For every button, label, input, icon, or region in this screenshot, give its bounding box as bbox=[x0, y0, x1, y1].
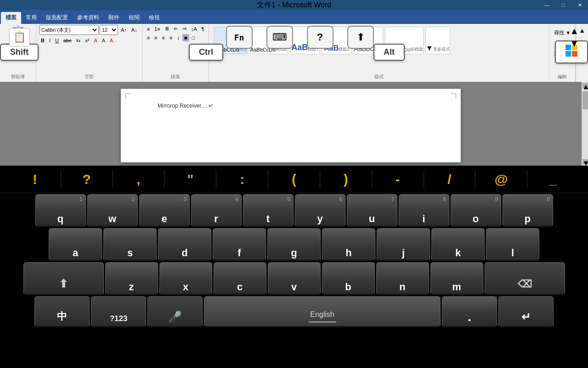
key-r[interactable]: 4r bbox=[191, 194, 242, 227]
key-s[interactable]: s bbox=[103, 228, 157, 261]
key-p[interactable]: 0p bbox=[503, 194, 553, 227]
period-key[interactable]: . bbox=[442, 296, 497, 328]
justify-btn[interactable]: ≡ bbox=[168, 34, 174, 41]
key-t[interactable]: 5t bbox=[243, 194, 294, 227]
tab-insert[interactable]: 常用 bbox=[21, 12, 41, 24]
font-color-btn[interactable]: A bbox=[108, 37, 115, 44]
key-comma[interactable]: , bbox=[113, 172, 164, 187]
bold-btn[interactable]: B bbox=[39, 37, 46, 44]
bullets-btn[interactable]: ≡ bbox=[145, 25, 152, 33]
key-b[interactable]: b bbox=[322, 262, 375, 295]
key-l[interactable]: l bbox=[486, 228, 539, 261]
shading-btn[interactable]: ■ bbox=[182, 34, 189, 41]
paste-button[interactable]: 📋 bbox=[9, 28, 30, 46]
key-question[interactable]: ? bbox=[61, 172, 113, 187]
key-underscore[interactable]: _ bbox=[527, 172, 579, 187]
key-at[interactable]: @ bbox=[475, 172, 527, 187]
help-icon[interactable]: ? bbox=[307, 26, 334, 49]
upload-icon[interactable]: ⬆ bbox=[347, 26, 374, 49]
style-more[interactable]: ▼ 更多樣式 bbox=[425, 27, 450, 54]
ctrl-key[interactable]: Ctrl bbox=[189, 44, 223, 61]
superscript-btn[interactable]: x² bbox=[83, 37, 91, 44]
sort-btn[interactable]: ↕A bbox=[189, 25, 199, 33]
shift-key[interactable]: ⬆ bbox=[23, 262, 104, 295]
key-q[interactable]: 1q bbox=[35, 194, 86, 227]
font-family-select[interactable]: Calibri (本文) bbox=[39, 25, 99, 35]
align-center-btn[interactable]: ≡ bbox=[153, 34, 159, 41]
backspace-key[interactable]: ⌫ bbox=[485, 262, 565, 295]
line-spacing-btn[interactable]: ↕ bbox=[175, 34, 181, 41]
microphone-key[interactable]: 🎤 bbox=[147, 296, 203, 328]
maximize-button[interactable]: □ bbox=[555, 0, 571, 10]
document-page[interactable]: Mirrorop Receiver.....↵ bbox=[121, 89, 461, 162]
decrease-font-btn[interactable]: A↓ bbox=[130, 26, 139, 34]
key-quote[interactable]: " bbox=[164, 172, 216, 187]
key-slash[interactable]: / bbox=[424, 172, 475, 187]
key-hyphen[interactable]: - bbox=[372, 172, 424, 187]
key-f[interactable]: f bbox=[213, 228, 266, 261]
key-n[interactable]: n bbox=[376, 262, 429, 295]
key-a[interactable]: a bbox=[49, 228, 102, 261]
keyboard-icon[interactable]: ⌨ bbox=[266, 26, 293, 49]
text-effects-btn[interactable]: A bbox=[92, 37, 99, 44]
font-size-select[interactable]: 12 bbox=[100, 25, 118, 35]
scrollbar-up-btn[interactable]: ▲ bbox=[582, 83, 588, 88]
key-open-paren[interactable]: ( bbox=[268, 172, 320, 187]
align-right-btn[interactable]: ≡ bbox=[160, 34, 167, 41]
increase-font-btn[interactable]: A↑ bbox=[119, 26, 129, 34]
key-d[interactable]: d bbox=[158, 228, 211, 261]
underline-btn[interactable]: U bbox=[53, 37, 61, 44]
key-close-paren[interactable]: ) bbox=[320, 172, 372, 187]
fn-key[interactable]: Fn bbox=[226, 26, 253, 49]
key-x[interactable]: x bbox=[159, 262, 212, 295]
numbering-btn[interactable]: 1≡ bbox=[153, 25, 162, 33]
vertical-scrollbar[interactable]: ▲ ▼ bbox=[582, 82, 588, 166]
chinese-input-key[interactable]: 中 bbox=[34, 296, 90, 328]
minimize-button[interactable]: — bbox=[538, 0, 555, 10]
key-v[interactable]: v bbox=[268, 262, 321, 295]
key-o[interactable]: 9o bbox=[451, 194, 501, 227]
key-e[interactable]: 3e bbox=[139, 194, 190, 227]
key-k[interactable]: k bbox=[431, 228, 485, 261]
scrollbar-thumb[interactable] bbox=[582, 91, 588, 109]
tab-home[interactable]: 檔案 bbox=[1, 12, 21, 24]
key-c[interactable]: c bbox=[214, 262, 266, 295]
tab-view[interactable]: 檢視 bbox=[144, 12, 164, 24]
enter-key[interactable]: ↵ bbox=[498, 296, 554, 328]
scroll-up-button[interactable]: ▲ bbox=[570, 26, 579, 36]
scroll-down-button[interactable]: ▼ bbox=[570, 38, 579, 49]
key-exclamation[interactable]: ! bbox=[9, 172, 61, 187]
multilevel-btn[interactable]: ≣ bbox=[163, 25, 171, 33]
key-y[interactable]: 6y bbox=[295, 194, 345, 227]
tab-mailings[interactable]: 郵件 bbox=[104, 12, 124, 24]
num-symbol-key[interactable]: ?123 bbox=[91, 296, 146, 328]
document-text[interactable]: Mirrorop Receiver.....↵ bbox=[158, 103, 424, 109]
key-i[interactable]: 8i bbox=[399, 194, 449, 227]
highlight-btn[interactable]: A bbox=[100, 37, 107, 44]
decrease-indent-btn[interactable]: ⇐ bbox=[172, 25, 180, 33]
key-m[interactable]: m bbox=[430, 262, 483, 295]
key-g[interactable]: g bbox=[267, 228, 321, 261]
ribbon-collapse-btn[interactable]: ▲ bbox=[578, 26, 586, 35]
key-colon[interactable]: : bbox=[216, 172, 268, 187]
document-page-area[interactable]: Mirrorop Receiver.....↵ bbox=[0, 82, 582, 166]
key-w[interactable]: 2w bbox=[87, 194, 138, 227]
key-h[interactable]: h bbox=[322, 228, 375, 261]
tab-review[interactable]: 校閱 bbox=[124, 12, 144, 24]
key-u[interactable]: 7u bbox=[347, 194, 397, 227]
show-hide-btn[interactable]: ¶ bbox=[200, 25, 206, 33]
key-j[interactable]: j bbox=[377, 228, 430, 261]
align-left-btn[interactable]: ≡ bbox=[145, 34, 152, 41]
strikethrough-btn[interactable]: abc bbox=[62, 37, 74, 44]
increase-indent-btn[interactable]: ⇒ bbox=[181, 25, 188, 33]
italic-btn[interactable]: I bbox=[47, 37, 52, 44]
tab-layout[interactable]: 版面配置 bbox=[41, 12, 73, 24]
key-z[interactable]: z bbox=[105, 262, 158, 295]
alt-key[interactable]: Alt bbox=[373, 44, 405, 61]
scrollbar-down-btn[interactable]: ▼ bbox=[582, 159, 588, 165]
close-button[interactable]: ✕ bbox=[571, 0, 588, 10]
space-key[interactable]: English bbox=[204, 296, 441, 328]
border-btn[interactable]: □ bbox=[190, 34, 197, 41]
subscript-btn[interactable]: x₂ bbox=[74, 36, 83, 44]
tab-references[interactable]: 參考資料 bbox=[73, 12, 104, 24]
